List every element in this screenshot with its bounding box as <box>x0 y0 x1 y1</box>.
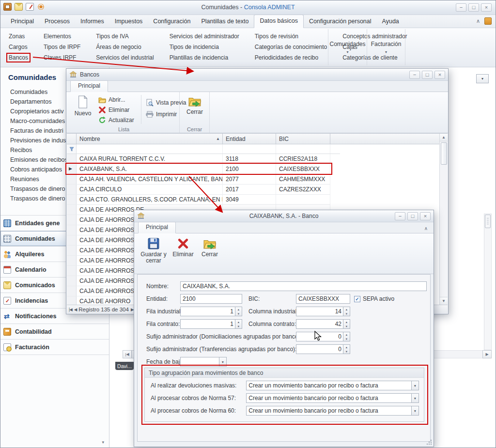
ribbon-link[interactable]: Elementos <box>42 32 82 40</box>
column-header-bic[interactable]: BIC <box>276 134 330 144</box>
fila-contrato-spinner[interactable]: 1 ▴▾ <box>180 319 242 329</box>
agrupacion-combo[interactable]: Crear un movimiento bancario por recibo … <box>246 393 419 403</box>
ribbon-link[interactable]: Plantillas de incidencia <box>168 54 241 62</box>
column-header-nombre[interactable]: Nombre ▲ <box>77 134 223 144</box>
sidebar-overflow-icon[interactable]: ▾ <box>102 440 104 445</box>
ribbon-link[interactable]: Servicios del industrial <box>94 54 155 62</box>
ribbon-link[interactable]: Tipos de IRPF <box>42 43 82 51</box>
sufijo-domiciliaciones-spinner[interactable]: 0 ▴▾ <box>296 332 350 341</box>
cerrar-button[interactable]: Cerrar <box>183 93 206 115</box>
bank-row[interactable]: CAJA CIRCULO 2017 CAZRES2ZXXX <box>67 185 330 195</box>
grid-vertical-scrollbar[interactable]: ▲ ▼ <box>439 134 448 305</box>
menu-tab[interactable]: Configuración <box>148 15 196 28</box>
tab-principal[interactable]: Principal <box>70 80 108 92</box>
nombre-input[interactable]: CAIXABANK, S.A. <box>180 281 427 291</box>
nav-next-button[interactable]: ▶ <box>131 307 134 312</box>
abrir-button[interactable]: Abrir... <box>96 94 136 105</box>
eliminar-button[interactable]: Eliminar <box>171 236 195 258</box>
sepa-activo-checkbox[interactable]: ✓ SEPA activo <box>354 294 394 304</box>
nuevo-button[interactable]: Nuevo <box>71 93 94 117</box>
ribbon-dropdown-button[interactable]: Facturación ▾ <box>367 29 405 65</box>
sidebar-section[interactable]: Contabilidad <box>0 324 109 340</box>
ribbon-link[interactable]: Claves IRPF <box>42 54 82 62</box>
scroll-up-button[interactable]: ▲ <box>440 134 448 141</box>
combo-arrow-icon[interactable]: ▾ <box>411 394 418 402</box>
cerrar-button[interactable]: Cerrar <box>198 236 221 258</box>
menu-tab[interactable]: Configuración personal <box>304 15 377 28</box>
filter-cell-entidad[interactable] <box>223 144 276 154</box>
nav-prev-button[interactable]: ◀ <box>74 307 77 312</box>
maximize-button[interactable]: □ <box>407 212 418 220</box>
maximize-button[interactable]: □ <box>468 3 479 12</box>
bic-input[interactable]: CAIXESBBXXX <box>296 294 350 304</box>
nav-first-button[interactable]: |◀ <box>123 350 132 358</box>
ribbon-link[interactable]: Tipos de incidencia <box>168 43 241 51</box>
actualizar-button[interactable]: Actualizar <box>96 115 136 125</box>
bank-row[interactable]: CAJA CTO. GRANOLLERS, S.COOP. CATALANA, … <box>67 195 330 205</box>
filter-cell-nombre[interactable] <box>77 144 223 154</box>
agrupacion-combo[interactable]: Crear un movimiento bancario por recibo … <box>246 406 419 416</box>
ribbon-link[interactable]: Tipos de IVA <box>94 32 155 40</box>
menu-tab[interactable]: Informes <box>75 15 109 28</box>
entidad-input[interactable]: 2100 <box>180 294 242 304</box>
menu-tab[interactable]: Principal <box>5 15 39 28</box>
spinner-buttons[interactable]: ▴▾ <box>343 307 350 316</box>
scrollbar-thumb[interactable] <box>441 142 447 165</box>
ribbon-link[interactable]: Bancos <box>7 54 30 62</box>
menu-tab[interactable]: Impuestos <box>109 15 148 28</box>
maximize-button[interactable]: □ <box>422 71 433 79</box>
ribbon-dropdown-button[interactable]: Comunidades ▾ <box>328 29 367 65</box>
tab-principal[interactable]: Principal <box>138 222 176 233</box>
ribbon-link[interactable]: Tipos de revisión <box>253 32 328 40</box>
sidebar-section[interactable]: Facturación <box>0 340 109 355</box>
nav-first-button[interactable]: |◀ <box>69 307 72 312</box>
scroll-down-button[interactable]: ▼ <box>440 297 448 305</box>
help-icon[interactable] <box>484 17 492 25</box>
column-header-entidad[interactable]: Entidad <box>223 134 276 144</box>
bancos-titlebar[interactable]: Bancos − □ × <box>66 69 448 81</box>
close-button[interactable]: × <box>420 212 431 220</box>
combo-arrow-icon[interactable]: ▾ <box>411 381 418 390</box>
detail-titlebar[interactable]: CAIXABANK, S.A. - Banco − □ × <box>134 210 434 222</box>
columna-industrial-spinner[interactable]: 14 ▴▾ <box>296 307 350 316</box>
scrollbar-thumb[interactable] <box>485 215 491 228</box>
spinner-buttons[interactable]: ▴▾ <box>343 332 350 341</box>
eliminar-button[interactable]: Eliminar <box>96 105 136 115</box>
minimize-button[interactable]: − <box>409 71 420 79</box>
menu-tab[interactable]: Ayuda <box>377 15 404 28</box>
close-button[interactable]: × <box>481 3 492 12</box>
ribbon-link[interactable]: Áreas de negocio <box>94 43 155 51</box>
columna-contrato-spinner[interactable]: 42 ▴▾ <box>296 319 350 329</box>
collapse-ribbon-icon[interactable]: ∧ <box>424 226 428 231</box>
content-vertical-scrollbar[interactable] <box>484 214 492 350</box>
docked-panel-tab[interactable]: Davi... <box>115 362 134 370</box>
guardar-y-cerrar-button[interactable]: Guardar y cerrar <box>140 236 167 264</box>
minimize-button[interactable]: − <box>395 212 405 220</box>
spinner-buttons[interactable]: ▴▾ <box>235 307 242 316</box>
ribbon-link[interactable]: Periodicidades de recibo <box>253 54 328 62</box>
menu-tab[interactable]: Procesos <box>39 15 75 28</box>
combo-arrow-icon[interactable]: ▾ <box>411 406 418 415</box>
bank-row[interactable]: CAIXA RURAL TORRENT C.C.V. 3118 CCRIES2A… <box>67 154 330 164</box>
resize-grip[interactable] <box>426 439 432 445</box>
bank-row[interactable]: CAIXABANK, S.A. 2100 CAIXESBBXXX <box>67 164 330 174</box>
spinner-buttons[interactable]: ▴▾ <box>343 320 350 328</box>
spinner-buttons[interactable]: ▴▾ <box>235 320 242 328</box>
content-filter-dropdown[interactable]: ▾ <box>476 74 489 83</box>
ribbon-link[interactable]: Cargos <box>7 43 30 51</box>
agrupacion-combo[interactable]: Crear un movimiento bancario por recibo … <box>246 381 419 390</box>
ribbon-link[interactable]: Servicios del administrador <box>168 32 241 40</box>
menu-tab[interactable]: Datos básicos <box>254 15 304 28</box>
spinner-buttons[interactable]: ▴▾ <box>343 345 350 354</box>
ribbon-link[interactable]: Zonas <box>7 32 30 40</box>
filter-cell-bic[interactable] <box>276 144 330 154</box>
minimize-button[interactable]: − <box>456 3 466 12</box>
bank-row[interactable]: CAJA AH. VALENCIA, CASTELLON Y ALICANTE,… <box>67 174 330 185</box>
collapse-ribbon-icon[interactable]: ∧ <box>476 18 480 24</box>
fecha-baja-combo[interactable]: ▾ <box>180 357 227 367</box>
fila-industrial-spinner[interactable]: 1 ▴▾ <box>180 307 242 316</box>
sufijo-transferencias-spinner[interactable]: 0 ▴▾ <box>296 344 350 354</box>
close-button[interactable]: × <box>434 71 445 79</box>
menu-tab[interactable]: Plantillas de texto <box>196 15 254 28</box>
auto-filter-row[interactable] <box>67 144 340 154</box>
